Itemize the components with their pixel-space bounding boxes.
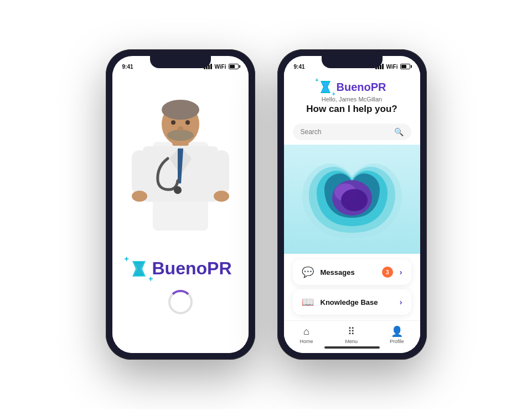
doctor-illustration (112, 86, 249, 253)
nav-home-label: Home (299, 339, 313, 344)
messages-chevron-icon: › (400, 268, 402, 277)
notch-2 (322, 56, 383, 68)
app-logo-text: BuenoPR (337, 81, 386, 94)
phone-2: 9:41 WiFi + (277, 49, 427, 360)
svg-marker-22 (322, 82, 329, 92)
headline-text: How can I help you? (306, 104, 397, 115)
app-logo-icon: + + (318, 79, 333, 95)
wifi-icon-2: WiFi (386, 64, 397, 70)
svg-point-9 (171, 120, 175, 125)
messages-badge: 3 (382, 267, 393, 278)
app-header: + + BuenoPR Hello, James McGillan How ca… (284, 73, 420, 119)
plus-tl: + (316, 77, 319, 83)
home-indicator-2 (324, 346, 380, 349)
plus-icon-br: + (148, 274, 153, 283)
svg-point-25 (341, 189, 368, 211)
time-1: 9:41 (122, 64, 133, 70)
splash-logo-text: BuenoPR (152, 258, 232, 279)
splash-logo: + + BuenoPR (129, 258, 232, 279)
svg-point-16 (214, 191, 229, 202)
greeting-text: Hello, James McGillan (322, 96, 382, 103)
svg-point-7 (162, 100, 199, 120)
app-content: 9:41 WiFi + (284, 56, 420, 353)
nav-menu-label: Menu (345, 339, 358, 344)
svg-point-11 (178, 126, 183, 131)
splash-content: + + BuenoPR (112, 73, 249, 353)
messages-icon: 💬 (302, 266, 314, 278)
knowledge-base-chevron-icon: › (400, 298, 402, 306)
profile-icon: 👤 (391, 325, 403, 338)
splash-hourglass-icon: + + (129, 259, 149, 279)
heart-visual-area (284, 145, 420, 254)
svg-point-12 (174, 186, 182, 194)
svg-rect-13 (132, 150, 147, 195)
home-icon: ⌂ (303, 326, 309, 338)
messages-card[interactable]: 💬 Messages 3 › (293, 259, 411, 285)
svg-point-8 (167, 130, 194, 141)
hourglass-svg (129, 259, 149, 279)
svg-point-15 (132, 191, 147, 202)
wifi-icon: WiFi (214, 64, 226, 70)
app-logo-row: + + BuenoPR (318, 79, 386, 95)
svg-point-10 (185, 120, 190, 125)
search-bar[interactable]: 🔍 (293, 124, 411, 140)
cards-area: 💬 Messages 3 › 📖 Knowledge Base › (284, 254, 420, 320)
heart-illustration (297, 152, 407, 247)
nav-home[interactable]: ⌂ Home (299, 326, 313, 344)
splash-logo-area: + + BuenoPR (112, 258, 249, 314)
app-hourglass-icon (318, 79, 333, 95)
battery-icon-2 (400, 64, 410, 69)
knowledge-base-icon: 📖 (302, 296, 314, 308)
knowledge-base-label: Knowledge Base (321, 298, 393, 306)
search-input[interactable] (301, 128, 390, 136)
plus-br: + (332, 91, 335, 97)
time-2: 9:41 (294, 64, 305, 70)
nav-profile[interactable]: 👤 Profile (390, 325, 404, 344)
messages-label: Messages (321, 268, 375, 277)
plus-icon-tl: + (125, 254, 129, 263)
nav-menu[interactable]: ⠿ Menu (345, 325, 358, 344)
loading-spinner (168, 290, 193, 314)
menu-icon: ⠿ (348, 325, 355, 338)
battery-icon (229, 64, 239, 69)
status-icons-2: WiFi (375, 64, 410, 70)
status-icons-1: WiFi (204, 64, 238, 70)
knowledge-base-card[interactable]: 📖 Knowledge Base › (293, 289, 411, 315)
phone-1: 9:41 WiFi (106, 49, 255, 360)
search-icon: 🔍 (394, 127, 404, 136)
nav-profile-label: Profile (390, 339, 404, 344)
svg-rect-14 (214, 150, 229, 195)
notch-1 (150, 56, 211, 68)
